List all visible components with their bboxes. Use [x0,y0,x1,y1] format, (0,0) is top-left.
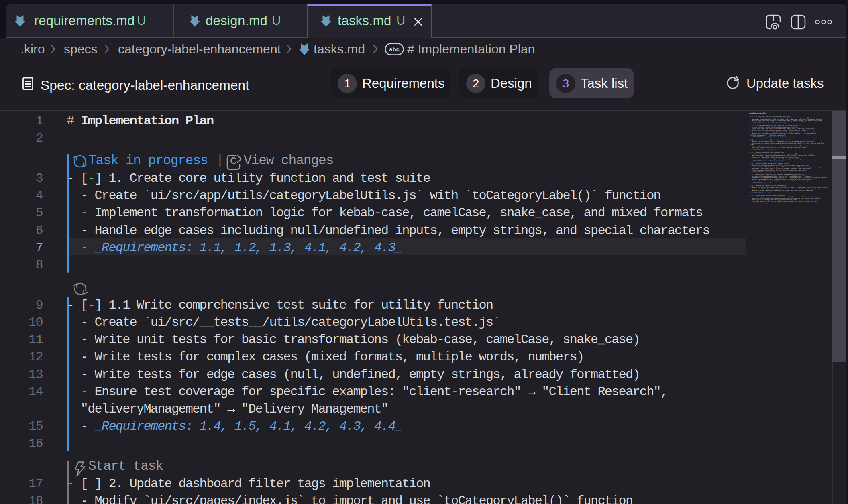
svg-text:abc: abc [389,46,400,53]
